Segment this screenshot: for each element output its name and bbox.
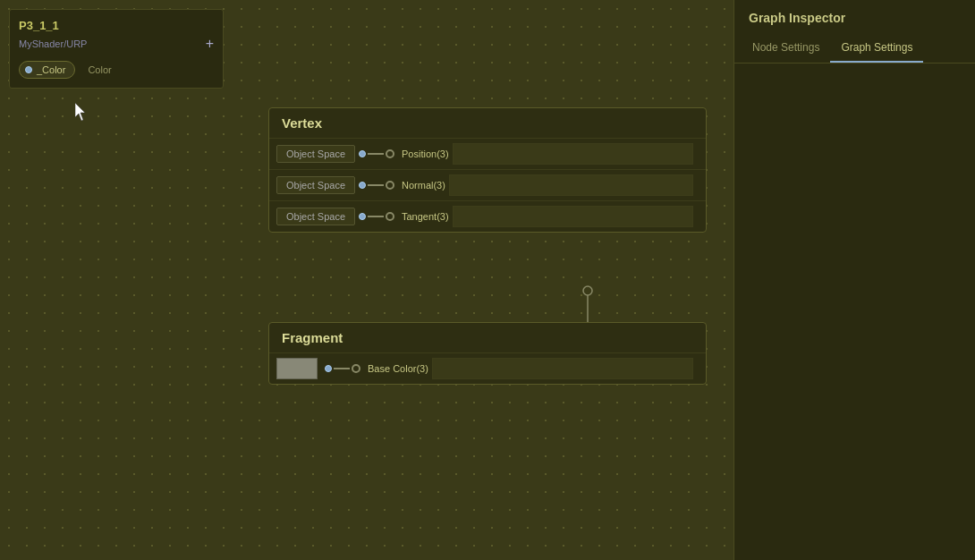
vertex-tangent-port: Object Space Tangent(3) <box>269 200 706 232</box>
basecolor-connector <box>325 364 360 373</box>
conn-circle-2 <box>386 181 394 190</box>
conn-dot-3 <box>359 213 366 220</box>
tangent-space-selector[interactable]: Object Space <box>276 208 355 225</box>
normal-connector <box>359 181 394 190</box>
inspector-tabs: Node Settings Graph Settings <box>734 34 975 64</box>
conn-line-2 <box>368 184 384 186</box>
conn-line <box>368 153 384 155</box>
vertex-node: Vertex Object Space Position(3) Object S… <box>268 107 707 233</box>
svg-point-0 <box>583 286 592 295</box>
basecolor-port-label: Base Color(3) <box>368 363 428 374</box>
normal-right-fill <box>449 174 693 196</box>
conn-circle-3 <box>386 212 394 221</box>
tab-node-settings[interactable]: Node Settings <box>742 34 830 63</box>
normal-space-selector[interactable]: Object Space <box>276 176 355 194</box>
tangent-connector <box>359 212 394 221</box>
normal-port-label: Normal(3) <box>402 180 445 191</box>
fragment-node-header: Fragment <box>269 323 706 352</box>
position-connector <box>359 149 394 158</box>
fragment-node: Fragment Base Color(3) <box>268 322 707 385</box>
vertex-node-header: Vertex <box>269 108 706 138</box>
vertex-node-body: Vertex Object Space Position(3) Object S… <box>268 107 707 233</box>
conn-dot-4 <box>325 365 332 372</box>
position-right-fill <box>453 143 693 165</box>
right-panel: Graph Inspector Node Settings Graph Sett… <box>733 0 975 560</box>
conn-dot-2 <box>359 182 366 189</box>
base-color-swatch[interactable] <box>276 358 318 379</box>
tab-graph-settings[interactable]: Graph Settings <box>830 34 923 63</box>
tangent-right-fill <box>453 206 693 227</box>
vertex-normal-port: Object Space Normal(3) <box>269 169 706 200</box>
position-port-label: Position(3) <box>402 148 449 159</box>
conn-circle-4 <box>352 364 360 373</box>
vertex-position-port: Object Space Position(3) <box>269 138 706 169</box>
conn-dot <box>359 150 366 157</box>
inspector-title: Graph Inspector <box>734 0 975 34</box>
fragment-basecolor-port: Base Color(3) <box>269 352 706 384</box>
conn-circle <box>386 149 394 158</box>
position-space-selector[interactable]: Object Space <box>276 145 355 163</box>
basecolor-right-fill <box>432 358 693 379</box>
tangent-port-label: Tangent(3) <box>402 211 449 222</box>
conn-line-4 <box>334 368 350 369</box>
conn-line-3 <box>368 216 384 217</box>
fragment-node-body: Fragment Base Color(3) <box>268 322 707 385</box>
